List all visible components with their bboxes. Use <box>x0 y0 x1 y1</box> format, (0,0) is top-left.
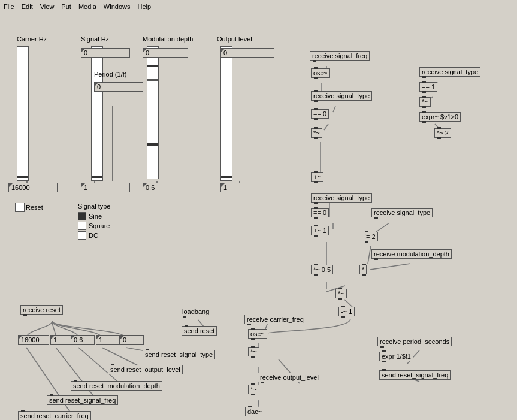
reset-toggle[interactable] <box>15 203 25 212</box>
mul-tilde5-box[interactable]: *~ <box>248 385 259 394</box>
mt4-inlet <box>251 346 255 348</box>
reset-val-1b[interactable]: 1 <box>96 335 120 345</box>
pt1-inlet <box>314 171 318 173</box>
eq1-inlet <box>422 81 426 83</box>
reset-label: Reset <box>26 204 43 211</box>
send-reset-mod-depth-box[interactable]: send reset_modulation_depth <box>71 381 162 391</box>
srsf2-inlet <box>382 369 386 371</box>
carrier-hz-numbox[interactable]: 16000 <box>8 183 58 192</box>
reset-val-16000[interactable]: 16000 <box>18 335 49 345</box>
loadbang-box[interactable]: loadbang <box>180 307 211 316</box>
receive-signal-type4-box[interactable]: receive signal_type <box>371 208 433 217</box>
mod-depth-label: Modulation depth <box>143 35 193 43</box>
lb-outlet <box>183 316 186 318</box>
menu-put[interactable]: Put <box>61 3 71 10</box>
receive-output-level-box[interactable]: receive output_level <box>258 373 321 382</box>
radio-square[interactable]: Square <box>78 222 110 230</box>
signal-hz-numbox[interactable]: 1 <box>81 183 130 192</box>
pt1-outlet <box>314 181 318 183</box>
send-reset-signal-type-box[interactable]: send reset_signal_type <box>143 350 215 359</box>
plus-tilde1-box[interactable]: +~ <box>311 172 323 182</box>
expr-period-box[interactable]: expr 1/$f1 <box>379 352 413 361</box>
menu-media[interactable]: Media <box>78 3 96 10</box>
output-level-numbox[interactable]: 1 <box>220 183 274 192</box>
reset-val-06[interactable]: 0.6 <box>71 335 95 345</box>
eq02-outlet <box>314 217 318 219</box>
rol-outlet <box>261 382 264 383</box>
receive-mod-depth-box[interactable]: receive modulation_depth <box>371 249 452 259</box>
mod-depth-numbox[interactable]: 0.6 <box>143 183 188 192</box>
eq1-box[interactable]: == 1 <box>419 82 437 92</box>
mn1-inlet <box>341 306 345 307</box>
menu-edit[interactable]: Edit <box>22 3 33 10</box>
signal-type-group-label: Signal type <box>78 203 110 210</box>
mul-star-box[interactable]: * <box>359 265 367 274</box>
signal-hz-slider[interactable] <box>91 46 103 181</box>
mt3-outlet <box>338 298 342 300</box>
mod-depth-thumb <box>147 65 158 67</box>
receive-period-seconds-box[interactable]: receive period_seconds <box>377 337 452 346</box>
rst1-outlet <box>314 100 318 102</box>
mul-tilde1-box[interactable]: *~ <box>311 128 322 138</box>
osc2-box[interactable]: osc~ <box>248 329 267 339</box>
carrier-hz-slider[interactable] <box>17 46 29 181</box>
dac-box[interactable]: dac~ <box>245 407 264 416</box>
send-reset-signal-freq2-box[interactable]: send reset_signal_freq <box>379 370 451 380</box>
mul-tilde2-box[interactable]: *~ 2 <box>434 128 451 138</box>
mod-depth-inner-numbox[interactable]: 0 <box>143 48 188 58</box>
plus1-box[interactable]: +~ 1 <box>311 226 329 235</box>
receive-signal-type2-box[interactable]: receive signal_type <box>419 67 480 77</box>
menu-file[interactable]: File <box>4 3 14 10</box>
expr1-box[interactable]: expr~ $v1>0 <box>419 112 461 122</box>
receive-signal-type3-box[interactable]: receive signal_type <box>311 193 372 203</box>
minus1-box[interactable]: -~ 1 <box>338 307 355 316</box>
send-reset-signal-freq-box[interactable]: send reset_signal_freq <box>47 395 118 405</box>
menu-help[interactable]: Help <box>137 3 151 10</box>
menu-windows[interactable]: Windows <box>104 3 131 10</box>
output-level-inner-numbox[interactable]: 0 <box>220 48 274 58</box>
reset-val-0[interactable]: 0 <box>120 335 144 345</box>
signal-hz-inner-numbox[interactable]: 0 <box>81 48 130 58</box>
nt-inlet <box>422 96 426 98</box>
m05-inlet <box>314 264 318 265</box>
p1-inlet <box>314 225 318 226</box>
dc-label: DC <box>89 232 98 239</box>
not-tilde-box[interactable]: *~ <box>419 97 431 107</box>
mul-tilde3-box[interactable]: *~ <box>335 289 347 298</box>
neq2-outlet <box>365 241 368 243</box>
ms-outlet <box>362 274 366 276</box>
send-reset-output-level-box[interactable]: send reset_output_level <box>108 365 183 374</box>
neq2-box[interactable]: != 2 <box>362 232 378 241</box>
eq0-2-box[interactable]: == 0 <box>311 208 329 217</box>
svg-line-26 <box>56 348 96 399</box>
rst2-outlet <box>422 76 426 78</box>
period-numbox[interactable]: 0 <box>94 82 143 92</box>
eq0-1-box[interactable]: == 0 <box>311 109 329 119</box>
osc1-box[interactable]: osc~ <box>311 68 330 78</box>
svg-line-22 <box>344 300 352 307</box>
mt2-outlet <box>437 137 441 139</box>
receive-signal-freq-box[interactable]: receive signal_freq <box>310 51 370 61</box>
period-slider[interactable] <box>147 80 159 179</box>
expr1-inlet <box>422 111 426 113</box>
expr1-outlet <box>422 121 426 123</box>
ms-inlet <box>362 264 366 265</box>
mul05-box[interactable]: *~ 0.5 <box>311 265 333 274</box>
receive-signal-type1-box[interactable]: receive signal_type <box>311 91 372 101</box>
output-level-slider[interactable] <box>220 46 232 181</box>
svg-line-8 <box>324 124 328 130</box>
receive-reset-box[interactable]: receive reset <box>20 305 63 315</box>
signal-type-radio-group: Sine Square DC <box>78 212 110 241</box>
mul-tilde4-box[interactable]: *~ <box>248 347 259 356</box>
menu-view[interactable]: View <box>40 3 55 10</box>
radio-sine[interactable]: Sine <box>78 212 110 220</box>
send-reset-box[interactable]: send reset <box>182 326 217 336</box>
srcf-inlet <box>21 410 25 412</box>
rst4-outlet <box>374 217 378 219</box>
patch-area: Carrier Hz 16000 Signal Hz 0 1 Period (1… <box>0 13 517 420</box>
receive-carrier-freq-box[interactable]: receive carrier_freq <box>244 315 306 324</box>
radio-dc[interactable]: DC <box>78 231 110 240</box>
svg-line-7 <box>333 106 335 112</box>
send-reset-carrier-freq-box[interactable]: send reset_carrier_freq <box>18 411 91 420</box>
sr-inlet <box>185 325 188 327</box>
